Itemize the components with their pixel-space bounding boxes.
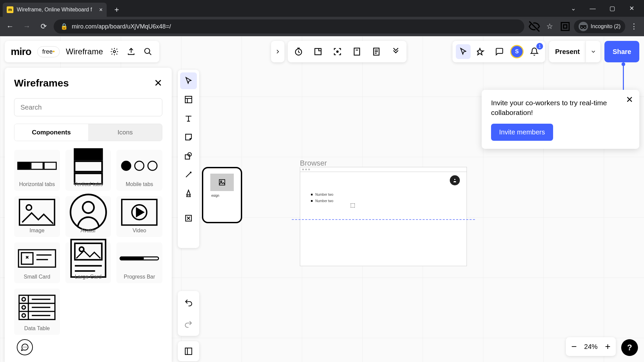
invite-members-button[interactable]: Invite members bbox=[491, 124, 553, 141]
frame-tool[interactable] bbox=[180, 210, 197, 227]
close-invite-icon[interactable]: ✕ bbox=[626, 95, 633, 105]
svg-point-4 bbox=[113, 51, 116, 53]
templates-tool[interactable] bbox=[180, 91, 197, 108]
app-header: miro free• Wireframe bbox=[5, 41, 159, 62]
forward-button[interactable]: → bbox=[20, 20, 34, 33]
chevron-down-icon[interactable]: ⌄ bbox=[564, 0, 583, 17]
svg-point-13 bbox=[135, 161, 144, 170]
select-tool[interactable] bbox=[180, 72, 197, 89]
plan-badge[interactable]: free• bbox=[37, 46, 60, 57]
wf-image[interactable]: Image bbox=[14, 196, 60, 237]
shapes-tool[interactable] bbox=[180, 147, 197, 164]
browser-toolbar: ← → ⟳ 🔒 miro.com/app/board/uXjVMqU6x48=/… bbox=[0, 17, 644, 36]
wireframes-panel: Wireframes ✕ Components Icons Horizontal… bbox=[5, 68, 172, 362]
reactions-button[interactable] bbox=[474, 44, 489, 59]
notes-icon[interactable] bbox=[370, 46, 382, 58]
close-window-button[interactable]: ✕ bbox=[622, 0, 641, 17]
miro-logo[interactable]: miro bbox=[11, 46, 31, 57]
avatar-icon[interactable] bbox=[450, 175, 460, 185]
tab-icons[interactable]: Icons bbox=[88, 124, 162, 141]
focus-icon[interactable] bbox=[331, 46, 343, 58]
board-name[interactable]: Wireframe bbox=[66, 47, 103, 56]
top-right-cluster: S 1 Present Share bbox=[452, 41, 639, 62]
svg-rect-15 bbox=[19, 199, 55, 225]
extensions-icon[interactable] bbox=[558, 20, 572, 33]
wireframe-search-input[interactable] bbox=[14, 98, 162, 116]
user-avatar[interactable]: S bbox=[510, 45, 524, 58]
undo-redo-toolbar bbox=[178, 291, 199, 336]
help-button[interactable]: ? bbox=[621, 339, 638, 356]
reload-button[interactable]: ⟳ bbox=[37, 20, 50, 33]
comments-button[interactable] bbox=[492, 44, 507, 59]
cursor-icon: ⬚ bbox=[350, 202, 355, 208]
browser-dots bbox=[300, 167, 467, 172]
svg-rect-52 bbox=[185, 348, 192, 355]
incognito-icon bbox=[579, 22, 588, 31]
canvas-list: Number two Number two bbox=[311, 193, 333, 205]
notifications-button[interactable]: 1 bbox=[527, 44, 542, 59]
wf-horizontal-tabs[interactable]: Horizontal tabs bbox=[14, 150, 60, 191]
text-tool[interactable] bbox=[180, 110, 197, 127]
bookmark-star-icon[interactable]: ☆ bbox=[543, 20, 556, 33]
zoom-value[interactable]: 24% bbox=[584, 343, 598, 351]
svg-rect-6 bbox=[18, 162, 30, 169]
present-button[interactable]: Present bbox=[549, 41, 586, 62]
address-bar[interactable]: 🔒 miro.com/app/board/uXjVMqU6x48=/ bbox=[54, 19, 524, 34]
back-button[interactable]: ← bbox=[3, 20, 17, 33]
new-tab-button[interactable]: + bbox=[111, 4, 123, 16]
hide-panel-button[interactable] bbox=[178, 341, 199, 361]
wf-vertical-tabs[interactable]: Vertical tabs bbox=[65, 150, 111, 191]
svg-point-44 bbox=[26, 347, 26, 347]
incognito-label: Incognito (2) bbox=[591, 23, 621, 29]
search-icon[interactable] bbox=[143, 46, 153, 57]
wf-progress-bar[interactable]: Progress Bar bbox=[116, 242, 162, 283]
wf-small-card[interactable]: Small Card bbox=[14, 242, 60, 283]
invite-popup: ✕ Invite your co-workers to try real-tim… bbox=[482, 90, 639, 149]
undo-button[interactable] bbox=[180, 294, 197, 311]
tools-toolbar bbox=[178, 70, 199, 248]
close-panel-icon[interactable]: ✕ bbox=[154, 77, 162, 89]
wf-data-table[interactable]: Data Table bbox=[14, 289, 60, 335]
sticky-note-tool[interactable] bbox=[180, 129, 197, 145]
canvas-mobile-frame[interactable]: esign bbox=[202, 167, 242, 223]
wf-mobile-tabs[interactable]: Mobile tabs bbox=[116, 150, 162, 191]
cursor-mode-button[interactable] bbox=[456, 44, 471, 59]
wf-video[interactable]: Video bbox=[116, 196, 162, 237]
svg-rect-63 bbox=[219, 180, 225, 185]
zoom-in-button[interactable]: + bbox=[605, 341, 610, 352]
share-button[interactable]: Share bbox=[604, 41, 639, 62]
browser-frame-label: Browser bbox=[300, 159, 327, 168]
invite-pointer-line bbox=[623, 64, 624, 90]
minimize-button[interactable]: — bbox=[583, 0, 602, 17]
maximize-button[interactable]: ▢ bbox=[602, 0, 622, 17]
more-tools[interactable] bbox=[180, 229, 197, 245]
svg-rect-26 bbox=[75, 243, 102, 260]
redo-button[interactable] bbox=[180, 316, 197, 333]
connection-tool[interactable] bbox=[180, 166, 197, 183]
svg-point-64 bbox=[220, 181, 222, 182]
tab-components[interactable]: Components bbox=[14, 124, 88, 141]
incognito-indicator[interactable]: Incognito (2) bbox=[574, 20, 625, 33]
wf-avatar[interactable]: Avatar bbox=[65, 196, 111, 237]
notification-badge: 1 bbox=[536, 43, 543, 50]
settings-icon[interactable] bbox=[109, 46, 120, 57]
pen-tool[interactable] bbox=[180, 185, 197, 202]
canvas-browser-frame[interactable]: Number two Number two bbox=[300, 167, 467, 266]
eye-off-icon[interactable] bbox=[528, 20, 541, 33]
zoom-out-button[interactable]: − bbox=[571, 341, 577, 352]
wireframe-grid: Horizontal tabs Vertical tabs Mobile tab… bbox=[14, 150, 162, 335]
browser-tab[interactable]: m Wireframe, Online Whiteboard f × bbox=[3, 3, 107, 17]
wf-large-card[interactable]: Large Card bbox=[65, 242, 111, 283]
browser-menu-icon[interactable]: ⋮ bbox=[627, 20, 641, 33]
chat-fab[interactable] bbox=[17, 339, 33, 355]
export-icon[interactable] bbox=[126, 46, 137, 57]
more-apps-icon[interactable] bbox=[390, 46, 402, 58]
present-dropdown[interactable] bbox=[586, 41, 600, 62]
collapse-toolbar-button[interactable] bbox=[271, 41, 284, 62]
svg-point-2 bbox=[581, 26, 583, 28]
frame-icon[interactable] bbox=[312, 46, 324, 58]
card-icon[interactable] bbox=[351, 46, 363, 58]
tab-close-icon[interactable]: × bbox=[99, 6, 103, 13]
timer-icon[interactable] bbox=[292, 46, 305, 58]
svg-rect-55 bbox=[315, 49, 321, 55]
